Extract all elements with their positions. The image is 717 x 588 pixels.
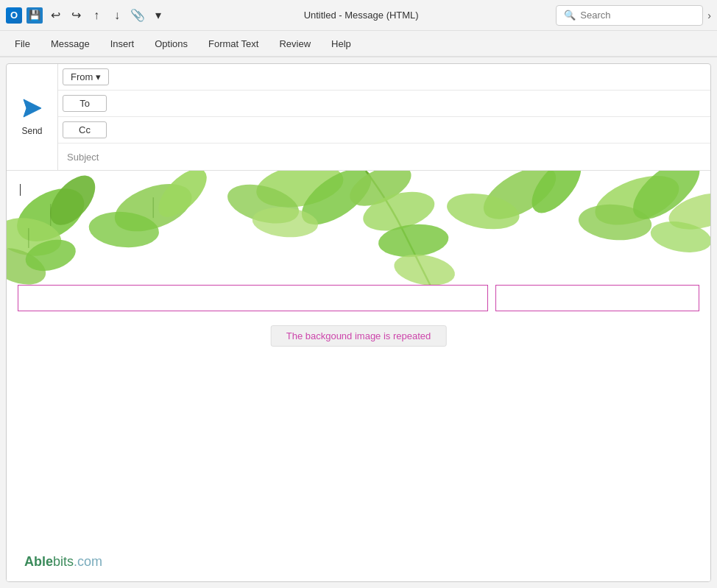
paperclip-icon: 📎 xyxy=(130,8,145,22)
template-boxes xyxy=(18,285,699,314)
attach-button[interactable]: 📎 xyxy=(130,7,146,24)
send-label: Send xyxy=(21,126,42,136)
from-row: From ▾ xyxy=(58,64,710,91)
send-icon xyxy=(22,98,43,123)
subject-row: Subject xyxy=(58,144,710,170)
undo-icon: ↩ xyxy=(51,8,60,22)
compose-header: Send From ▾ To Cc xyxy=(7,64,710,171)
chevron-left-icon: › xyxy=(707,10,711,21)
tab-file[interactable]: File xyxy=(6,34,39,54)
window-title: Untitled - Message (HTML) xyxy=(171,10,551,21)
undo-button[interactable]: ↩ xyxy=(47,7,63,24)
title-bar: O 💾 ↩ ↪ ↑ ↓ 📎 ▾ Untitled - Message (HTML… xyxy=(0,0,717,31)
cc-input[interactable] xyxy=(111,121,710,138)
tab-insert[interactable]: Insert xyxy=(102,34,144,54)
redo-button[interactable]: ↪ xyxy=(68,7,84,24)
up-arrow-icon: ↑ xyxy=(93,9,99,22)
cc-row: Cc xyxy=(58,117,710,144)
save-icon: 💾 xyxy=(29,10,40,21)
to-label: To xyxy=(80,98,90,109)
cc-label: Cc xyxy=(79,124,91,135)
leaves-decoration xyxy=(7,171,710,300)
move-up-button[interactable]: ↑ xyxy=(88,7,105,24)
down-arrow-icon: ↓ xyxy=(114,9,120,22)
ablebits-branding: Ablebits.com xyxy=(24,554,102,570)
dropdown-arrow-icon: ▾ xyxy=(155,8,161,22)
from-dropdown-icon: ▾ xyxy=(96,71,101,82)
quick-access-dropdown[interactable]: ▾ xyxy=(150,7,166,24)
cc-button[interactable]: Cc xyxy=(63,121,107,138)
svg-marker-0 xyxy=(24,99,41,117)
to-row: To xyxy=(58,91,710,117)
tab-review[interactable]: Review xyxy=(270,34,319,54)
compose-body[interactable]: The backgound image is repeated Ablebits… xyxy=(7,171,710,581)
subject-input[interactable] xyxy=(107,149,710,166)
branding-able: Able xyxy=(24,554,53,569)
branding-bits: bits xyxy=(53,554,74,569)
background-notice: The backgound image is repeated xyxy=(271,325,447,347)
tab-options[interactable]: Options xyxy=(146,34,197,54)
send-button[interactable]: Send xyxy=(7,64,58,170)
search-box[interactable]: 🔍 xyxy=(556,5,703,26)
template-box-left[interactable] xyxy=(18,285,488,311)
email-fields: From ▾ To Cc Subject xyxy=(58,64,710,170)
outlook-logo: O xyxy=(6,7,22,24)
to-button[interactable]: To xyxy=(63,95,107,112)
save-button[interactable]: 💾 xyxy=(27,7,43,24)
from-button[interactable]: From ▾ xyxy=(63,68,109,85)
move-down-button[interactable]: ↓ xyxy=(109,7,125,24)
ribbon-menu: File Message Insert Options Format Text … xyxy=(0,31,717,57)
compose-window: Send From ▾ To Cc xyxy=(6,63,711,582)
from-input[interactable] xyxy=(113,68,710,85)
branding-dot-com: .com xyxy=(74,554,102,569)
redo-icon: ↪ xyxy=(71,8,81,22)
tab-help[interactable]: Help xyxy=(322,34,360,54)
template-box-right[interactable] xyxy=(495,285,699,311)
to-input[interactable] xyxy=(111,95,710,112)
tab-format-text[interactable]: Format Text xyxy=(199,34,267,54)
tab-message[interactable]: Message xyxy=(42,34,99,54)
from-label: From xyxy=(71,71,93,82)
search-icon: 🔍 xyxy=(564,10,576,21)
subject-label: Subject xyxy=(58,149,107,166)
search-input[interactable] xyxy=(580,10,695,21)
collapse-ribbon-button[interactable]: › xyxy=(707,10,711,21)
